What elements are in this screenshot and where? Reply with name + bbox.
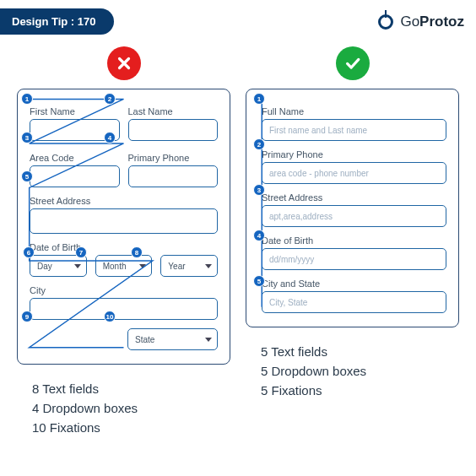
- dob-day-select[interactable]: Day: [30, 255, 87, 277]
- fixation-dot: 8: [131, 246, 143, 258]
- label-city: City: [30, 285, 218, 295]
- fixation-dot: 7: [75, 246, 87, 258]
- label-street: Street Address: [262, 192, 446, 203]
- fixation-dot: 2: [253, 138, 265, 150]
- label-phone: Primary Phone: [262, 149, 446, 160]
- stat-line: 10 Fixations: [32, 420, 230, 435]
- stat-line: 5 Dropdown boxes: [261, 364, 459, 378]
- fixation-dot: 3: [21, 132, 33, 143]
- full-name-input[interactable]: First name and Last name: [262, 119, 446, 141]
- comparison-wrap: 1 2 3 4 5 6 7 8 9 10 First Name Last Nam…: [0, 35, 476, 443]
- street-input[interactable]: apt,area,address: [262, 205, 446, 227]
- fixation-dot: 5: [21, 170, 33, 182]
- last-name-input[interactable]: [128, 119, 219, 141]
- label-first-name: First Name: [30, 106, 120, 116]
- city-state-input[interactable]: City, State: [262, 291, 446, 313]
- label-city-state: City and State: [262, 279, 446, 289]
- dob-month-select[interactable]: Month: [95, 255, 153, 277]
- chevron-down-icon: [139, 264, 146, 268]
- label-dob: Date of Birth: [30, 242, 218, 252]
- fixation-dot: 3: [253, 184, 265, 196]
- fixation-dot: 4: [253, 230, 265, 241]
- fixation-dot: 10: [104, 311, 116, 322]
- area-code-input[interactable]: [30, 165, 120, 187]
- street-input[interactable]: [30, 208, 218, 234]
- brand-text: GoProtoz: [400, 14, 464, 30]
- design-tip-badge: Design Tip : 170: [0, 8, 114, 35]
- compass-icon: [376, 13, 395, 31]
- label-last-name: Last Name: [128, 106, 219, 116]
- form-bad: 1 2 3 4 5 6 7 8 9 10 First Name Last Nam…: [17, 89, 230, 365]
- col-good: 1 2 3 4 5 Full Name First name and Last …: [246, 46, 459, 440]
- label-street: Street Address: [30, 196, 218, 206]
- phone-input[interactable]: area code - phone number: [262, 162, 446, 184]
- fixation-dot: 5: [253, 275, 265, 287]
- fixation-dot: 1: [253, 93, 265, 105]
- chevron-down-icon: [205, 338, 212, 342]
- cross-icon: [115, 54, 133, 73]
- col-bad: 1 2 3 4 5 6 7 8 9 10 First Name Last Nam…: [17, 46, 230, 440]
- chevron-down-icon: [74, 264, 81, 268]
- city-input[interactable]: [30, 298, 218, 320]
- check-icon: [343, 54, 362, 73]
- dob-input[interactable]: dd/mm/yyyy: [262, 248, 446, 270]
- stat-line: 5 Text fields: [261, 344, 459, 359]
- label-full-name: Full Name: [262, 106, 446, 116]
- form-good: 1 2 3 4 5 Full Name First name and Last …: [246, 89, 459, 327]
- label-dob: Date of Birth: [262, 235, 446, 246]
- stats-good: 5 Text fields 5 Dropdown boxes 5 Fixatio…: [246, 339, 459, 403]
- primary-phone-input[interactable]: [128, 165, 219, 187]
- dob-year-select[interactable]: Year: [160, 255, 218, 277]
- fixation-dot: 9: [21, 311, 33, 322]
- header: Design Tip : 170 GoProtoz: [0, 0, 476, 35]
- fixation-dot: 6: [23, 246, 35, 258]
- label-primary-phone: Primary Phone: [128, 153, 219, 163]
- chevron-down-icon: [205, 264, 212, 268]
- stats-bad: 8 Text fields 4 Dropdown boxes 10 Fixati…: [17, 376, 230, 440]
- fixation-dot: 4: [104, 132, 116, 143]
- stat-line: 4 Dropdown boxes: [32, 401, 230, 415]
- status-good: [336, 46, 370, 80]
- stat-line: 8 Text fields: [32, 381, 230, 396]
- stat-line: 5 Fixations: [261, 383, 459, 398]
- fixation-dot: 2: [104, 93, 116, 105]
- fixation-dot: 1: [21, 93, 33, 105]
- label-area-code: Area Code: [30, 153, 120, 163]
- status-bad: [107, 46, 141, 80]
- state-select[interactable]: State: [127, 328, 218, 350]
- brand-logo: GoProtoz: [376, 13, 464, 31]
